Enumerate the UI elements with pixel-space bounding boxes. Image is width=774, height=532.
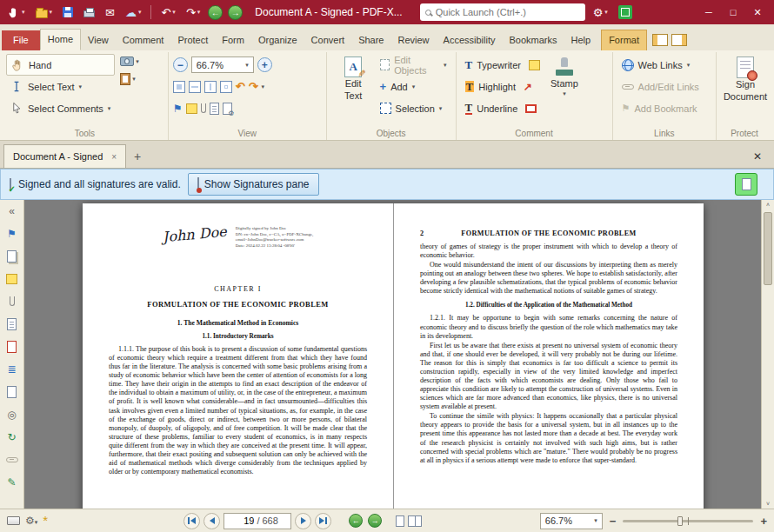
keyboard-icon[interactable]: [7, 516, 20, 525]
tab-format[interactable]: Format: [601, 30, 647, 50]
hand-tool-button[interactable]: ▾: [5, 3, 28, 22]
page-number-input[interactable]: [237, 515, 254, 526]
zoom-slider[interactable]: [623, 520, 753, 522]
tab-organize[interactable]: Organize: [251, 30, 304, 50]
show-signatures-pane-button[interactable]: Show Signatures pane: [188, 173, 319, 196]
zoom-select[interactable]: 66.7%▾: [540, 513, 603, 529]
settings-button[interactable]: ⚙▾: [591, 3, 611, 22]
select-text-button[interactable]: Select Text ▾: [6, 76, 115, 97]
snapshot-button[interactable]: ▾: [120, 57, 139, 66]
zoom-slider-thumb[interactable]: [677, 516, 683, 526]
panel-right-icon[interactable]: [671, 34, 687, 46]
undo-button[interactable]: ↶▾: [158, 3, 177, 22]
scrollbar-thumb[interactable]: [764, 212, 772, 285]
status-options-button[interactable]: ⚙▾: [25, 515, 37, 526]
collapse-sidebar-button[interactable]: «: [4, 203, 20, 218]
content-pane-button[interactable]: [4, 384, 20, 399]
zoom-in-button[interactable]: +: [760, 515, 767, 528]
properties-pane-button[interactable]: ⚙: [223, 103, 232, 115]
rectangle-tool-button[interactable]: [525, 104, 537, 113]
fields-pane-button[interactable]: [4, 316, 20, 331]
actual-size-button[interactable]: [173, 81, 185, 93]
email-button[interactable]: ✉: [103, 3, 117, 22]
highlight-button[interactable]: T Highlight: [461, 76, 520, 97]
rotate-ccw-button[interactable]: ↶: [236, 81, 245, 92]
attachments-pane-button[interactable]: [201, 103, 206, 113]
stamp-button[interactable]: Stamp ▾: [540, 54, 589, 119]
cloud-button[interactable]: ☁▾: [123, 3, 144, 22]
thumbnails-pane-button[interactable]: [210, 103, 219, 115]
two-page-layout-button[interactable]: [408, 515, 422, 527]
fit-page-button[interactable]: [220, 81, 232, 93]
select-comments-button[interactable]: Select Comments ▾: [6, 97, 115, 119]
digital-signature-annotation[interactable]: John Doe Digitally signed by John Doe DN…: [163, 226, 367, 268]
minimize-button[interactable]: ─: [697, 3, 720, 22]
document-tab[interactable]: Document A - Signed ×: [3, 144, 126, 168]
tab-form[interactable]: Form: [215, 30, 251, 50]
scroll-down-icon[interactable]: ˅: [762, 501, 774, 507]
zoom-in-button[interactable]: +: [257, 57, 272, 72]
panel-left-icon[interactable]: [652, 34, 668, 46]
close-button[interactable]: ✕: [746, 3, 769, 22]
bookmarks-pane-button[interactable]: ⚑: [4, 226, 20, 241]
tab-review[interactable]: Review: [390, 30, 436, 50]
tab-accessibility[interactable]: Accessibility: [437, 30, 503, 50]
rotate-cw-button[interactable]: ↷: [249, 81, 258, 92]
launch-application-button[interactable]: [616, 3, 635, 22]
paste-button[interactable]: ▾: [120, 73, 139, 85]
print-button[interactable]: [81, 3, 97, 22]
view-back-button[interactable]: ←: [349, 514, 363, 528]
arrow-tool-button[interactable]: ↗: [524, 82, 532, 92]
redo-button[interactable]: ↷▾: [183, 3, 203, 22]
maximize-button[interactable]: □: [722, 3, 744, 22]
add-edit-links-button[interactable]: Add/Edit Links: [617, 76, 711, 97]
thumbnails-pane-button[interactable]: [4, 249, 20, 263]
tab-view[interactable]: View: [81, 30, 116, 50]
close-document-button[interactable]: ✕: [744, 150, 771, 168]
document-canvas[interactable]: John Doe Digitally signed by John Doe DN…: [24, 200, 761, 509]
signatures-pane-button[interactable]: [4, 339, 20, 354]
sign-document-button[interactable]: Sign Document: [721, 54, 770, 102]
tab-file[interactable]: File: [2, 30, 40, 50]
typewriter-button[interactable]: T Typewriter: [461, 54, 525, 76]
tab-help[interactable]: Help: [564, 30, 598, 50]
tab-bookmarks[interactable]: Bookmarks: [502, 30, 564, 50]
history-forward-button[interactable]: →: [228, 5, 243, 20]
attachments-pane-button[interactable]: [4, 294, 20, 309]
layers-pane-button[interactable]: ≣: [4, 362, 20, 376]
links-pane-button[interactable]: [4, 452, 20, 467]
bookmarks-pane-button[interactable]: ⚑: [173, 103, 183, 114]
underline-button[interactable]: T Underline: [461, 97, 523, 119]
destinations-pane-button[interactable]: ◎: [4, 407, 20, 422]
pane-toggle-button[interactable]: [735, 173, 757, 196]
tab-close-icon[interactable]: ×: [111, 152, 117, 162]
last-page-button[interactable]: [315, 513, 331, 529]
snapshot-marker-icon[interactable]: *: [43, 516, 48, 525]
add-button[interactable]: + Add ▾: [376, 76, 451, 97]
open-file-button[interactable]: ▾: [33, 3, 56, 22]
web-links-button[interactable]: Web Links ▾: [617, 54, 711, 76]
single-page-layout-button[interactable]: [396, 515, 404, 527]
tab-comment[interactable]: Comment: [116, 30, 171, 50]
scroll-up-icon[interactable]: ˄: [762, 202, 774, 208]
tab-home[interactable]: Home: [40, 29, 81, 50]
vertical-scrollbar[interactable]: ˄ ˅: [761, 200, 774, 509]
edit-objects-button[interactable]: Edit Objects ▾: [376, 54, 451, 76]
quick-launch-search[interactable]: [420, 3, 585, 21]
search-input[interactable]: [436, 7, 580, 17]
add-bookmark-button[interactable]: ⚑ Add Bookmark: [617, 97, 711, 119]
tab-convert[interactable]: Convert: [304, 30, 352, 50]
comments-pane-button[interactable]: [186, 103, 197, 114]
sticky-note-button[interactable]: [529, 60, 540, 70]
new-tab-button[interactable]: +: [126, 145, 149, 168]
edit-text-button[interactable]: A✎ Edit Text: [331, 54, 376, 119]
tab-share[interactable]: Share: [351, 30, 390, 50]
zoom-out-button[interactable]: −: [173, 57, 188, 72]
fit-width-button[interactable]: [189, 81, 201, 93]
previous-page-button[interactable]: [204, 513, 220, 529]
comments-pane-button[interactable]: [4, 271, 20, 286]
next-page-button[interactable]: [295, 513, 311, 529]
first-page-button[interactable]: [183, 513, 200, 529]
zoom-level-select[interactable]: 66.7%▾: [191, 57, 254, 73]
hand-button[interactable]: Hand: [6, 54, 115, 76]
